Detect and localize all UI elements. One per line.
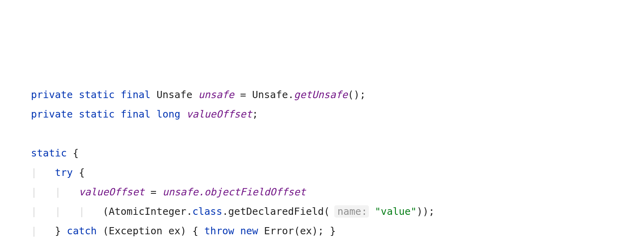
- indent-guide: |: [55, 186, 61, 198]
- keyword-long: long: [156, 108, 180, 120]
- indent-guide: |: [31, 167, 37, 178]
- keyword-catch: catch: [67, 225, 96, 237]
- code-line: | } catch (Exception ex) { throw new Err…: [31, 221, 644, 241]
- type-error: Error: [264, 225, 294, 237]
- indent-guide: |: [31, 186, 37, 198]
- code-line: | | | (AtomicInteger.class.getDeclaredFi…: [31, 202, 644, 221]
- code-line: | | valueOffset = unsafe.objectFieldOffs…: [31, 182, 644, 202]
- keyword-final: final: [121, 108, 150, 120]
- keyword-class: class: [192, 206, 222, 217]
- indent-guide: |: [79, 206, 85, 217]
- type-unsafe: Unsafe: [252, 89, 288, 100]
- field-valueoffset: valueOffset: [79, 186, 145, 198]
- method-getdeclaredfield: getDeclaredField: [228, 206, 324, 217]
- keyword-private: private: [31, 89, 73, 100]
- keyword-static: static: [79, 89, 114, 100]
- blank-line: [31, 124, 644, 143]
- keyword-final: final: [121, 89, 150, 100]
- keyword-throw: throw: [204, 225, 234, 237]
- variable-ex: ex: [168, 225, 180, 237]
- code-line: | try {: [31, 163, 644, 182]
- keyword-private: private: [31, 108, 73, 120]
- code-line: private static final Unsafe unsafe = Uns…: [31, 85, 644, 104]
- field-valueoffset: valueOffset: [186, 108, 252, 120]
- variable-ex: ex: [300, 225, 312, 237]
- string-literal: "value": [375, 206, 416, 217]
- parameter-hint: name:: [334, 205, 369, 218]
- keyword-new: new: [240, 225, 258, 237]
- code-line: static {: [31, 143, 644, 163]
- keyword-static: static: [31, 147, 67, 159]
- keyword-try: try: [55, 167, 73, 178]
- indent-guide: |: [55, 206, 61, 217]
- type-exception: Exception: [109, 225, 162, 237]
- type-atomicinteger: AtomicInteger: [109, 206, 187, 217]
- method-getunsafe: getUnsafe: [294, 89, 347, 100]
- indent-guide: |: [31, 225, 37, 237]
- field-unsafe: unsafe: [199, 89, 234, 100]
- type-unsafe: Unsafe: [156, 89, 192, 100]
- code-line: private static final long valueOffset;: [31, 104, 644, 124]
- keyword-static: static: [79, 108, 114, 120]
- indent-guide: |: [31, 206, 37, 217]
- expr-unsafe-offset: unsafe.objectFieldOffset: [162, 186, 306, 198]
- code-line: }: [31, 241, 644, 243]
